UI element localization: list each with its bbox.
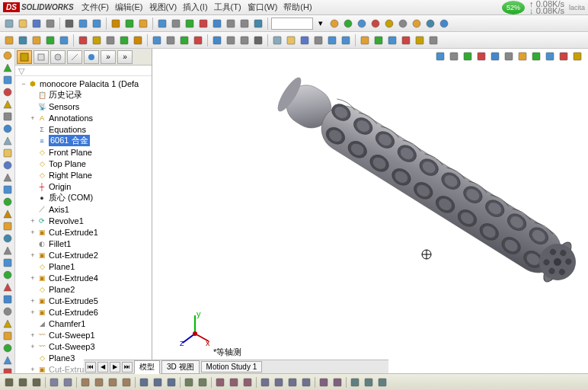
rotate-icon[interactable] (184, 18, 196, 30)
tree-item-0[interactable]: 📋历史记录 (15, 89, 152, 101)
tab-nav-first[interactable]: ⏮ (85, 362, 96, 372)
status-tool-19-icon[interactable] (214, 376, 226, 388)
feat-p4-icon[interactable] (77, 34, 89, 46)
feat-p1-icon[interactable] (359, 34, 371, 46)
status-tool-21-icon[interactable] (241, 376, 254, 388)
rail-tool-23-icon[interactable] (2, 331, 14, 341)
feat-p5-icon[interactable] (414, 34, 426, 46)
feat-p3-icon[interactable] (386, 34, 398, 46)
tab-display-mgr[interactable] (84, 50, 99, 64)
tree-item-17[interactable]: ◇Plane2 (15, 283, 152, 295)
status-tool-14-icon[interactable] (165, 376, 177, 388)
rail-tool-18-icon[interactable] (2, 270, 14, 280)
feat-options-icon[interactable] (132, 34, 144, 46)
hud-zoom-icon[interactable] (434, 50, 446, 62)
tree-item-1[interactable]: 📡Sensors (15, 101, 152, 112)
hud-wire-icon[interactable] (503, 50, 515, 62)
rail-tool-9-icon[interactable] (2, 160, 14, 171)
redo-icon[interactable] (91, 18, 103, 30)
menu-help[interactable]: 帮助(H) (283, 2, 312, 13)
status-tool-20-icon[interactable] (228, 376, 240, 388)
rail-tool-2-icon[interactable] (2, 75, 14, 85)
rail-tool-25-icon[interactable] (2, 355, 14, 366)
feat-p5-icon[interactable] (91, 34, 103, 46)
menu-edit[interactable]: 编辑(E) (115, 2, 143, 13)
tree-root[interactable]: −⬢monocore Palacita 1 (Defa (15, 78, 152, 89)
rail-tool-0-icon[interactable] (2, 50, 14, 61)
shade-icon[interactable] (211, 18, 223, 30)
rail-tool-16-icon[interactable] (2, 245, 14, 256)
hud-p2-icon[interactable] (530, 50, 542, 62)
tree-item-7[interactable]: ◇Right Plane (15, 169, 152, 181)
rail-tool-6-icon[interactable] (2, 123, 14, 134)
feat-save-icon[interactable] (299, 34, 311, 46)
menu-file[interactable]: 文件(F) (81, 2, 109, 13)
tree-item-12[interactable]: +▣Cut-Extrude1 (15, 226, 152, 238)
zoom-icon[interactable] (156, 18, 168, 30)
print-icon[interactable] (44, 18, 56, 30)
menu-tools[interactable]: 工具(T) (214, 2, 241, 13)
rail-tool-11-icon[interactable] (2, 184, 14, 195)
status-tool-2-icon[interactable] (30, 376, 43, 388)
tree-item-3[interactable]: ΣEquations (15, 123, 152, 135)
feat-p1-icon[interactable] (30, 34, 43, 46)
status-tool-32-icon[interactable] (363, 376, 375, 388)
menu-window[interactable]: 窗口(W) (248, 2, 278, 13)
rail-tool-8-icon[interactable] (2, 148, 14, 158)
hud-p4-icon[interactable] (558, 50, 570, 62)
feat-p6-icon[interactable] (427, 34, 439, 46)
rail-tool-4-icon[interactable] (2, 99, 14, 110)
rail-tool-20-icon[interactable] (2, 294, 14, 305)
feat-hide-icon[interactable] (238, 34, 251, 46)
wire-icon[interactable] (225, 18, 237, 30)
tree-item-20[interactable]: ◢Chamfer1 (15, 318, 152, 329)
status-tool-31-icon[interactable] (349, 376, 361, 388)
rail-tool-14-icon[interactable] (2, 221, 14, 232)
tree-item-8[interactable]: ┼Origin (15, 181, 152, 192)
tree-item-22[interactable]: +〰Cut-Sweep3 (15, 340, 152, 352)
status-tool-23-icon[interactable] (259, 376, 271, 388)
feat-p2-icon[interactable] (44, 34, 56, 46)
status-tool-10-icon[interactable] (120, 376, 133, 388)
tab-nav-next[interactable]: ▶ (110, 362, 120, 372)
sphere-icon[interactable] (252, 18, 264, 30)
new-icon[interactable] (3, 18, 15, 30)
menu-view[interactable]: 视图(V) (149, 2, 177, 13)
view-sphere-icon[interactable] (424, 18, 436, 30)
section-icon[interactable] (197, 18, 209, 30)
tab-property-mgr[interactable] (34, 50, 49, 64)
status-tool-29-icon[interactable] (331, 376, 344, 388)
rebuild-icon[interactable] (123, 18, 136, 30)
tab-3dview[interactable]: 3D 视图 (161, 360, 200, 374)
status-tool-17-icon[interactable] (197, 376, 209, 388)
status-tool-8-icon[interactable] (93, 376, 105, 388)
feat-select-icon[interactable] (252, 34, 264, 46)
graphics-viewport[interactable]: y x z *等轴测 ⏮ ◀ ▶ ⏭ 模型 3D 视图 Motion Study… (152, 49, 588, 373)
status-tool-13-icon[interactable] (152, 376, 164, 388)
dropdown-icon[interactable]: ▾ (315, 18, 327, 30)
tab-nav-last[interactable]: ⏭ (122, 362, 133, 372)
feat-section-icon[interactable] (192, 34, 204, 46)
tab-extra2[interactable]: » (117, 50, 133, 64)
tree-item-15[interactable]: ◇Plane1 (15, 261, 152, 272)
tab-feature-tree[interactable] (17, 50, 32, 64)
feat-rebuild-icon[interactable] (118, 34, 130, 46)
hud-shade-icon[interactable] (489, 50, 501, 62)
status-tool-16-icon[interactable] (183, 376, 195, 388)
feat-open-icon[interactable] (285, 34, 297, 46)
feat-rotate-icon[interactable] (178, 34, 190, 46)
save-icon[interactable] (30, 18, 43, 30)
hud-pan-icon[interactable] (448, 50, 460, 62)
tab-extra1[interactable]: » (101, 50, 116, 64)
feat-new-icon[interactable] (271, 34, 283, 46)
undo-icon[interactable] (77, 18, 89, 30)
hud-p1-icon[interactable] (516, 50, 529, 62)
feat-sphere-icon[interactable] (17, 34, 29, 46)
options-icon[interactable] (110, 18, 122, 30)
view-p4-icon[interactable] (369, 18, 382, 30)
status-tool-4-icon[interactable] (48, 376, 60, 388)
tree-item-9[interactable]: ●质心 (COM) (15, 192, 152, 203)
tree-item-21[interactable]: +〰Cut-Sweep1 (15, 329, 152, 340)
hide-icon[interactable] (238, 18, 251, 30)
rail-tool-26-icon[interactable] (2, 367, 14, 373)
